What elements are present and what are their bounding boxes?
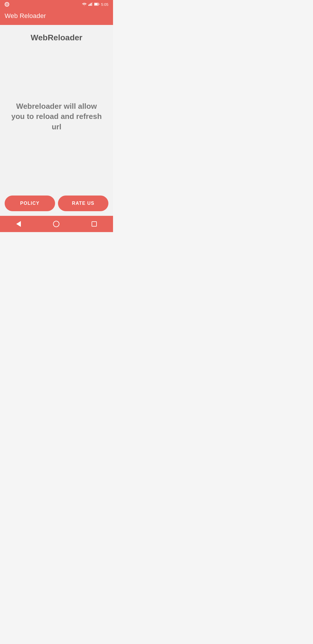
recents-button[interactable] bbox=[89, 219, 99, 229]
policy-button[interactable]: POLICY bbox=[5, 196, 55, 211]
svg-rect-1 bbox=[90, 4, 90, 6]
wifi-icon bbox=[82, 2, 87, 6]
main-content: WebReloader Webreloader will allow you t… bbox=[0, 25, 113, 216]
signal-icon bbox=[88, 2, 92, 6]
status-time: 5:05 bbox=[101, 2, 108, 7]
svg-rect-6 bbox=[99, 3, 99, 5]
back-icon bbox=[16, 221, 21, 227]
status-bar: 5:05 bbox=[0, 0, 113, 8]
home-button[interactable] bbox=[51, 218, 62, 229]
nav-bar bbox=[0, 216, 113, 232]
bottom-buttons: POLICY RATE US bbox=[0, 191, 113, 216]
home-icon bbox=[53, 221, 59, 227]
svg-rect-3 bbox=[92, 2, 92, 6]
battery-icon bbox=[94, 3, 99, 6]
page-heading: WebReloader bbox=[31, 33, 82, 42]
recents-icon bbox=[92, 221, 97, 227]
app-bar-title: Web Reloader bbox=[5, 12, 46, 20]
svg-rect-0 bbox=[88, 5, 89, 6]
rate-us-button[interactable]: RATE US bbox=[58, 196, 108, 211]
svg-rect-5 bbox=[94, 3, 98, 5]
status-bar-right: 5:05 bbox=[82, 2, 108, 7]
description-text: Webreloader will allow you to reload and… bbox=[0, 101, 113, 132]
back-button[interactable] bbox=[14, 219, 23, 229]
signal-circle-icon bbox=[5, 2, 9, 7]
status-bar-left bbox=[5, 2, 9, 7]
svg-rect-2 bbox=[91, 3, 92, 6]
app-bar: Web Reloader bbox=[0, 8, 113, 25]
